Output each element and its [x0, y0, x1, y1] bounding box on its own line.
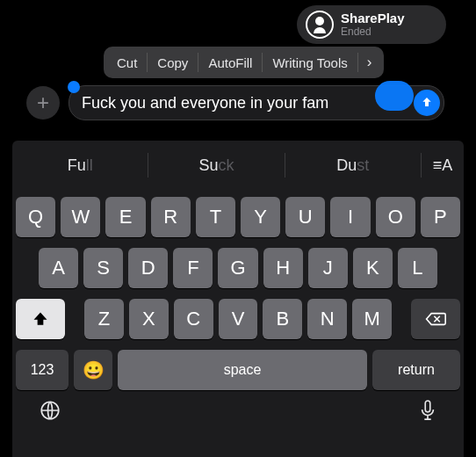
- spacer: [70, 299, 79, 339]
- key-y[interactable]: Y: [241, 197, 280, 237]
- svg-rect-1: [425, 401, 430, 412]
- key-b[interactable]: B: [263, 299, 302, 339]
- key-p[interactable]: P: [421, 197, 460, 237]
- key-a[interactable]: A: [39, 248, 78, 288]
- key-delete[interactable]: [411, 299, 460, 339]
- sugg2-main: Su: [198, 156, 218, 174]
- message-input[interactable]: Fuck you and everyone in your fam: [69, 85, 444, 120]
- text-context-menu: Cut Copy AutoFill Writing Tools ›: [104, 47, 384, 78]
- spacer: [16, 248, 33, 288]
- key-z[interactable]: Z: [84, 299, 124, 339]
- key-x[interactable]: X: [129, 299, 169, 339]
- delete-icon: [425, 310, 446, 328]
- send-button[interactable]: [414, 90, 440, 116]
- ctx-writing-tools[interactable]: Writing Tools: [263, 55, 357, 70]
- keyboard-function-row: [12, 390, 464, 431]
- key-n[interactable]: N: [307, 299, 347, 339]
- key-d[interactable]: D: [128, 248, 168, 288]
- selection-handle-left[interactable]: [68, 81, 80, 93]
- key-m[interactable]: M: [352, 299, 392, 339]
- spacer: [397, 299, 406, 339]
- key-v[interactable]: V: [219, 299, 258, 339]
- key-row-2: A S D F G H J K L: [12, 248, 464, 288]
- key-f[interactable]: F: [173, 248, 213, 288]
- message-input-text: Fuck you and everyone in your fam: [82, 94, 410, 112]
- key-h[interactable]: H: [263, 248, 303, 288]
- key-q[interactable]: Q: [16, 197, 55, 237]
- suggestion-2[interactable]: Suck: [148, 156, 284, 175]
- key-c[interactable]: C: [174, 299, 213, 339]
- sugg1-main: Fu: [68, 156, 86, 174]
- globe-svg-icon: [39, 399, 61, 422]
- sugg1-ghost: ll: [86, 156, 93, 174]
- key-g[interactable]: G: [218, 248, 257, 288]
- compose-row: + Fuck you and everyone in your fam: [26, 86, 444, 120]
- key-numbers[interactable]: 123: [16, 350, 69, 390]
- key-row-3: Z X C V B N M: [12, 299, 464, 339]
- text-format-icon[interactable]: ≡A: [421, 153, 464, 178]
- globe-icon[interactable]: [39, 399, 61, 427]
- key-return[interactable]: return: [372, 350, 460, 390]
- add-button[interactable]: +: [26, 86, 60, 120]
- key-u[interactable]: U: [285, 197, 325, 237]
- shareplay-subtitle: Ended: [341, 26, 405, 38]
- shareplay-title: SharePlay: [341, 11, 405, 26]
- key-o[interactable]: O: [376, 197, 415, 237]
- key-e[interactable]: E: [105, 197, 145, 237]
- ctx-cut[interactable]: Cut: [107, 55, 147, 70]
- shift-icon: [32, 310, 49, 328]
- key-space[interactable]: space: [118, 350, 367, 390]
- shareplay-icon: [306, 11, 334, 39]
- sugg3-main: Du: [336, 156, 357, 174]
- key-s[interactable]: S: [83, 248, 123, 288]
- key-k[interactable]: K: [353, 248, 393, 288]
- shareplay-text: SharePlay Ended: [341, 11, 405, 38]
- key-t[interactable]: T: [196, 197, 235, 237]
- shareplay-notification[interactable]: SharePlay Ended: [297, 5, 446, 44]
- key-j[interactable]: J: [308, 248, 348, 288]
- suggestion-1[interactable]: Full: [12, 156, 148, 175]
- mic-svg-icon: [418, 399, 437, 422]
- ctx-copy[interactable]: Copy: [148, 55, 198, 70]
- keyboard: Full Suck Dust ≡A Q W E R T Y U I O P A …: [12, 141, 464, 457]
- sugg3-ghost: st: [357, 156, 369, 174]
- mic-icon[interactable]: [418, 399, 437, 427]
- key-i[interactable]: I: [330, 197, 370, 237]
- key-emoji[interactable]: 😀: [74, 350, 112, 390]
- arrow-up-icon: [420, 96, 434, 110]
- spacer: [443, 248, 460, 288]
- key-w[interactable]: W: [61, 197, 100, 237]
- key-shift[interactable]: [16, 299, 65, 339]
- key-row-bottom: 123 😀 space return: [12, 350, 464, 390]
- key-row-1: Q W E R T Y U I O P: [12, 197, 464, 237]
- sugg2-ghost: ck: [219, 156, 234, 174]
- ctx-autofill[interactable]: AutoFill: [198, 55, 262, 70]
- suggestion-bar: Full Suck Dust ≡A: [12, 144, 464, 186]
- selection-handle-right[interactable]: [375, 81, 414, 111]
- key-l[interactable]: L: [398, 248, 437, 288]
- suggestion-3[interactable]: Dust: [285, 156, 421, 175]
- key-r[interactable]: R: [151, 197, 191, 237]
- ctx-more-icon[interactable]: ›: [358, 54, 381, 71]
